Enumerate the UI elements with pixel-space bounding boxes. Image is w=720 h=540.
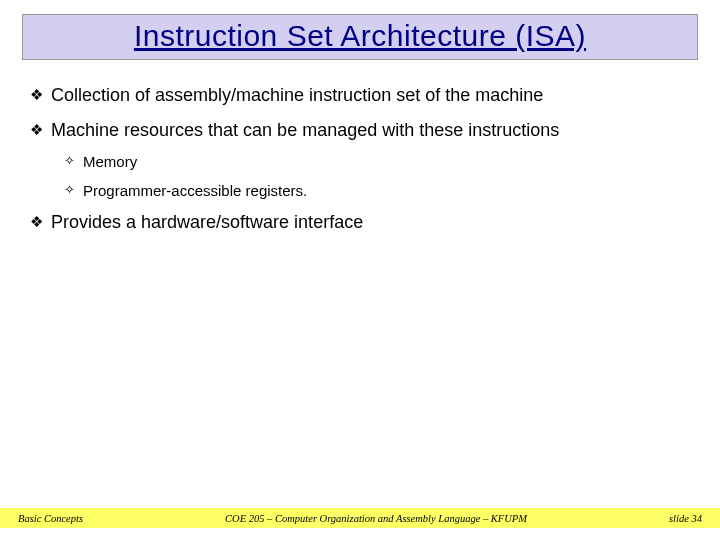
bullet-text: Machine resources that can be managed wi…: [51, 119, 559, 142]
bullet-item: ❖ Collection of assembly/machine instruc…: [30, 84, 690, 107]
bullet-text: Provides a hardware/software interface: [51, 211, 363, 234]
bullet-text: Programmer-accessible registers.: [83, 182, 307, 199]
bullet-item: ❖ Machine resources that can be managed …: [30, 119, 690, 142]
footer-section-name: Basic Concepts: [18, 513, 83, 524]
sub-bullet-item: ✧ Programmer-accessible registers.: [64, 182, 690, 199]
diamond-outline-bullet-icon: ✧: [64, 182, 75, 197]
slide-content: ❖ Collection of assembly/machine instruc…: [0, 60, 720, 234]
slide-title: Instruction Set Architecture (ISA): [134, 19, 586, 52]
diamond-bullet-icon: ❖: [30, 211, 43, 232]
sub-bullet-item: ✧ Memory: [64, 153, 690, 170]
footer-slide-number: slide 34: [669, 513, 702, 524]
diamond-outline-bullet-icon: ✧: [64, 153, 75, 168]
diamond-bullet-icon: ❖: [30, 84, 43, 105]
slide-footer: Basic Concepts COE 205 – Computer Organi…: [0, 508, 720, 528]
bullet-text: Collection of assembly/machine instructi…: [51, 84, 543, 107]
slide-title-bar: Instruction Set Architecture (ISA): [22, 14, 698, 60]
diamond-bullet-icon: ❖: [30, 119, 43, 140]
footer-course-name: COE 205 – Computer Organization and Asse…: [83, 513, 669, 524]
bullet-item: ❖ Provides a hardware/software interface: [30, 211, 690, 234]
bullet-text: Memory: [83, 153, 137, 170]
